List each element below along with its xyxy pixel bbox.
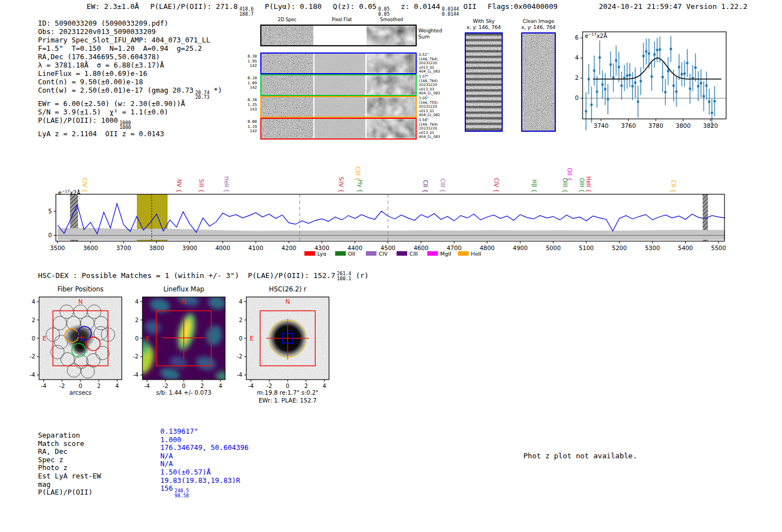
info-line-text: EWr = 6.00(±2.50) (w: 2.30(±0.90))Å [38, 99, 185, 108]
data-point [621, 84, 623, 87]
match-row-value-text: N/A [160, 452, 173, 460]
spectrum-x-tick: 5100 [579, 245, 594, 251]
data-point [675, 90, 678, 93]
cutout-col-title-1: Pixel Flat [332, 17, 352, 22]
exposure-metric: 142 [246, 85, 257, 90]
data-point [634, 82, 636, 84]
header-segment-4: z: 0.01440.01440.0144 OII [401, 2, 476, 16]
match-row-value-5: 1.50(±0.57)Å [160, 468, 249, 477]
info-line-text: Cont(n) = 9.50(±0.00)e-18 [38, 78, 143, 86]
elixer-report-page: EW: 2.3±1.0ÅP(LAE)/P(OII): 271.8418.6188… [0, 0, 782, 532]
info-line-9: EWr = 6.00(±2.50) (w: 2.30(±0.90))Å [38, 100, 222, 108]
cutout-image-fine [261, 119, 313, 138]
emission-line-marker-CIV: CIV { [82, 178, 88, 193]
cutout-image-smooth [366, 75, 416, 95]
exposure-row-annotations-1: 1.07"(146, 764)20231220v013_03404_LL_083 [419, 75, 440, 96]
info-line-6: LineFlux = 1.80(±0.69)e-16 [38, 70, 222, 78]
stack-lower: 98.58 [175, 493, 189, 499]
data-point [631, 85, 633, 87]
info-line-3: F=1.5" T=0.150 N=1.20 A=0.94 g=25.2 [38, 45, 222, 53]
noise-band [58, 228, 725, 240]
info-line-1: Obs: 20231220v013_5090033209 [38, 28, 222, 36]
match-row-label-2: RA, Dec [38, 448, 101, 456]
exposure-row-annotations-2: 1.05"(146, 755)20231220v013_01404_LL_082 [419, 97, 440, 118]
data-point [684, 73, 686, 75]
hsc-line-suffix: (r) [351, 271, 369, 280]
cutout-image-flat [314, 119, 365, 138]
zoom-x-tick: 3820 [703, 122, 718, 129]
header-segment-text: Q(z): 0.05 [333, 2, 376, 11]
exposure-annotation: 404_LL_082 [419, 113, 440, 118]
cutout-image-fine [261, 54, 313, 73]
panel-y-tick: 4 [135, 299, 139, 305]
spectrum-x-tick: 5500 [711, 245, 726, 251]
cutout-col-title-0: 2D Spec [278, 17, 296, 22]
east-label: E [42, 335, 46, 342]
exposure-metric: 142 [246, 64, 257, 69]
match-row-value-text: 156 [160, 484, 173, 492]
spectrum-x-tick: 3600 [83, 245, 98, 251]
data-point [711, 112, 713, 114]
smooth-noise-image [366, 75, 416, 95]
legend-label-CIII: CIII [409, 251, 418, 257]
clean-image-panel-title-text: Clean Image [513, 18, 564, 25]
clean-image-panel-coords: x, y: 146, 764 [513, 25, 564, 31]
exposure-metric: 1.95 [246, 59, 257, 64]
info-line-text: ID: 5090033209 (5090033209.pdf) [38, 19, 168, 27]
fine-noise-image [261, 54, 313, 73]
cutout-col-title-2: Smoothed [380, 17, 403, 22]
panel-y-tick: -4 [237, 372, 242, 378]
data-point [648, 52, 650, 55]
panel-y-tick: -4 [30, 372, 35, 378]
data-point [654, 54, 656, 56]
data-point [588, 78, 590, 80]
match-row-label-0: Separation [38, 432, 101, 440]
data-point [667, 70, 669, 72]
exposure-row-annotations-0: 0.52"(146, 764)20231220v013_02404_LL_083 [419, 53, 440, 74]
exposure-metric: 0.16 [246, 98, 257, 103]
zoom-x-tick: 3760 [621, 122, 636, 129]
cutout-image-smooth [366, 26, 416, 45]
exposure-metric: 143 [246, 107, 257, 112]
zoom-x-tick: 3740 [594, 122, 609, 129]
header-segment-text: P(LAE)/P(OII): 271.8 [150, 2, 238, 11]
panel-y-tick: 2 [32, 317, 35, 323]
info-line-suffix: *) [209, 86, 222, 94]
flat-noise-image [314, 75, 365, 95]
weighted-sum-label: WeightedSum [418, 28, 442, 40]
panel-xlabel-lineflux: s/b: 1.44 +/- 0.073 [156, 389, 212, 396]
spectrum-x-tick: 3700 [116, 245, 131, 251]
data-point [670, 48, 672, 50]
legend-label-Lyα: Lyα [317, 251, 326, 257]
panel-x-tick: -2 [59, 383, 65, 389]
panel-x-tick: 4 [219, 383, 222, 389]
match-row-label-5: Est LyA rest-EW [38, 472, 101, 481]
data-point [596, 90, 598, 93]
spectrum-y-tick: 0 [48, 232, 52, 238]
data-point [661, 76, 664, 78]
north-label: N [182, 298, 186, 305]
header-segment-stack: 418.6188.7 [239, 7, 254, 16]
cutout-image-fine [261, 26, 313, 45]
info-line-5: λ = 3781.18Å σ = 6.88(±3.17)Å [38, 61, 222, 70]
header-segment-2: P(Lyα): 0.180 [265, 2, 322, 11]
header-segment-text: Flags:0x00400009 [488, 2, 557, 11]
detection-info-block: ID: 5090033209 (5090033209.pdf)Obs: 2023… [38, 20, 222, 138]
data-point [651, 75, 653, 78]
stack-lower: 188.7 [239, 12, 254, 17]
data-point [618, 66, 620, 68]
fine-noise-image [261, 26, 313, 45]
header-segment-1: P(LAE)/P(OII): 271.8418.6188.7 [150, 2, 254, 16]
zoom-x-tick: 3780 [649, 122, 664, 129]
emission-line-marker-HeII: HeII { [223, 176, 230, 193]
match-table-values: 0.139617"1.000176.346749, 50.604396N/AN/… [160, 428, 249, 498]
match-row-label-6: mag [38, 481, 101, 489]
zoom-y-tick: 6 [575, 34, 579, 41]
fine-noise-image [522, 33, 555, 131]
hsc-line-text: HSC-DEX : Possible Matches = 1 (within +… [38, 271, 335, 280]
match-row-value-2: 176.346749, 50.604396 [160, 444, 249, 452]
clean-image-panel-title: Clean Imagex, y: 146, 764 [513, 18, 564, 31]
spectrum-x-tick: 4800 [480, 245, 495, 251]
match-row-value-text: N/A [160, 459, 173, 468]
panel-x-tick: -4 [41, 383, 46, 389]
